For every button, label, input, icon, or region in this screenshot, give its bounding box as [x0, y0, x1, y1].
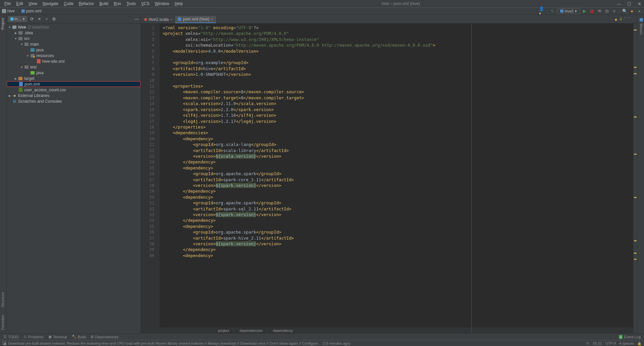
editor-tabs: hive2.scala × pom.xml (hive) ×	[141, 15, 637, 23]
profile-button[interactable]: ◷	[604, 8, 609, 14]
status-message[interactable]: Download pre-built shared indexes: Reduc…	[8, 341, 351, 345]
chevron-right-icon: 〉	[16, 8, 20, 14]
close-button[interactable]: ✕	[637, 1, 642, 6]
search-icon[interactable]: 🔍	[622, 8, 627, 14]
crumb-deps[interactable]: dependencies	[239, 329, 263, 333]
menu-build[interactable]: Build	[97, 1, 111, 7]
readonly-icon[interactable]	[637, 341, 641, 345]
next-highlight-icon[interactable]: ˅	[628, 17, 630, 21]
tree-libs[interactable]: External Libraries	[18, 93, 49, 98]
todo-tab[interactable]: ☰TODO	[3, 335, 19, 339]
close-icon[interactable]: ×	[170, 17, 172, 21]
caret-position[interactable]: 55:21	[593, 341, 602, 345]
tree-csv[interactable]: user_access_count.csv	[24, 88, 66, 92]
terminal-tab[interactable]: ▣Terminal	[48, 335, 67, 339]
scratches-icon	[12, 99, 17, 104]
tree-resources[interactable]: resources	[36, 53, 54, 58]
sync-icon[interactable]: ⟳	[29, 16, 35, 22]
indent[interactable]: 4 spaces	[619, 341, 634, 345]
crumb-dep[interactable]: dependency	[273, 329, 293, 333]
menu-code[interactable]: Code	[61, 1, 76, 7]
structure-tool-tab[interactable]: Structure	[0, 290, 6, 309]
tree-main[interactable]: main	[30, 42, 39, 47]
menu-help[interactable]: Help	[172, 1, 185, 7]
add-user-icon[interactable]: 👤▾	[539, 8, 544, 14]
menu-vcs[interactable]: VCS	[139, 1, 152, 7]
back-icon[interactable]: ↖	[550, 8, 555, 14]
menu-run[interactable]: Run	[111, 1, 123, 7]
right-tool-rail: Maven	[637, 15, 644, 333]
tree-test-java[interactable]: java	[36, 70, 44, 75]
sync-icon[interactable]: ●	[637, 8, 642, 14]
build-icon: 🔨	[72, 335, 76, 339]
gutter[interactable]: 1234567891011121314151617181920212223242…	[141, 23, 159, 327]
menu-navigate[interactable]: Navigate	[40, 1, 61, 7]
menu-file[interactable]: File	[2, 1, 13, 7]
stop-button[interactable]: ■	[611, 8, 617, 14]
collapse-icon[interactable]: ≡	[37, 16, 42, 22]
project-tool-tab[interactable]: Project	[0, 16, 5, 32]
minimize-button[interactable]: —	[616, 1, 622, 6]
close-icon[interactable]: ×	[211, 17, 213, 21]
tree-idea[interactable]: .idea	[24, 31, 33, 35]
favorites-tool-tab[interactable]: Favorites	[0, 313, 6, 332]
warning-icon	[614, 17, 618, 21]
encoding[interactable]: UTF-8	[605, 341, 616, 345]
tree-pom[interactable]: pom.xml	[24, 82, 40, 87]
tab-hive2[interactable]: hive2.scala ×	[142, 16, 175, 23]
error-stripe[interactable]	[633, 23, 637, 333]
crumb-project[interactable]: hive	[7, 9, 15, 13]
crumb-project[interactable]: project	[218, 329, 229, 333]
nav-breadcrumb: hive 〉 pom.xml	[2, 8, 41, 14]
inspection-widget[interactable]: 8 ˄ ˅	[614, 17, 630, 21]
deps-icon: ⊞	[91, 335, 94, 339]
tree-root[interactable]: hive	[18, 25, 26, 30]
run-config-selector[interactable]: hive2 ▾	[557, 8, 580, 14]
project-tree[interactable]: hiveD:\idea\hive .idea src main java res…	[7, 23, 141, 333]
tree-src[interactable]: src	[24, 36, 30, 41]
scala-icon	[144, 18, 147, 21]
project-view-selector[interactable]: Pr… ▾	[8, 16, 27, 22]
tree-test[interactable]: test	[30, 65, 37, 69]
tree-scratches[interactable]: Scratches and Consoles	[18, 99, 62, 104]
menu-view[interactable]: View	[26, 1, 40, 7]
ide-errors-icon[interactable]: ●	[629, 8, 635, 14]
hide-icon[interactable]: —	[134, 16, 139, 22]
menu-window[interactable]: Window	[153, 1, 172, 7]
project-panel: Pr… ▾ ⟳ ≡ ÷ ⚙ — hiveD:\idea\hive .idea s…	[7, 15, 141, 333]
menu-edit[interactable]: Edit	[14, 1, 25, 7]
code-editor[interactable]: <?xml version="1.0" encoding="UTF-8"?><p…	[159, 23, 637, 327]
toolwindows-icon[interactable]	[3, 342, 6, 345]
tree-root-path: D:\idea\hive	[28, 25, 49, 30]
run-button[interactable]: ▶	[582, 8, 587, 14]
background-tasks-icon[interactable]: ◷	[586, 341, 589, 345]
tree-java[interactable]: java	[36, 48, 44, 52]
debug-button[interactable]: 🐞	[589, 8, 595, 14]
expand-icon[interactable]: ÷	[44, 16, 49, 22]
dependencies-tab[interactable]: ⊞Dependencies	[91, 335, 118, 339]
tree-target[interactable]: target	[24, 76, 35, 81]
toolbar-right: 👤▾ | ↖ hive2 ▾ ▶ 🐞 ⟲ ◷ ■ | 🔍 ● ●	[539, 8, 642, 14]
maximize-button[interactable]: ☐	[627, 1, 632, 6]
settings-icon[interactable]: ⚙	[51, 16, 57, 22]
menu-refactor[interactable]: Refactor	[76, 1, 96, 7]
tab-pom[interactable]: pom.xml (hive) ×	[175, 16, 216, 23]
statusbar: Download pre-built shared indexes: Reduc…	[0, 340, 644, 346]
problems-icon: ⚠	[23, 335, 27, 339]
maven-tool-tab[interactable]: Maven	[638, 16, 644, 37]
run-coverage-button[interactable]: ⟲	[597, 8, 602, 14]
problems-tab[interactable]: ⚠Problems	[23, 335, 44, 339]
build-tab[interactable]: 🔨Build	[72, 335, 86, 339]
event-log-tab[interactable]: 1Event Log	[619, 335, 641, 339]
bottom-tool-tabs: ☰TODO ⚠Problems ▣Terminal 🔨Build ⊞Depend…	[0, 333, 644, 340]
prev-highlight-icon[interactable]: ˄	[624, 17, 626, 21]
run-config-label: hive2	[565, 9, 574, 13]
editor-splitter[interactable]	[471, 23, 472, 333]
tree-hive-site[interactable]: hive-site.xml	[42, 59, 65, 64]
menu-tools[interactable]: Tools	[124, 1, 138, 7]
todo-icon: ☰	[3, 335, 7, 339]
crumb-file[interactable]: pom.xml	[26, 9, 41, 13]
tab-label: hive2.scala	[149, 17, 169, 22]
main-area: Project Structure Favorites Pr… ▾ ⟳ ≡ ÷ …	[0, 15, 644, 333]
project-view-label: Pr…	[14, 17, 22, 21]
